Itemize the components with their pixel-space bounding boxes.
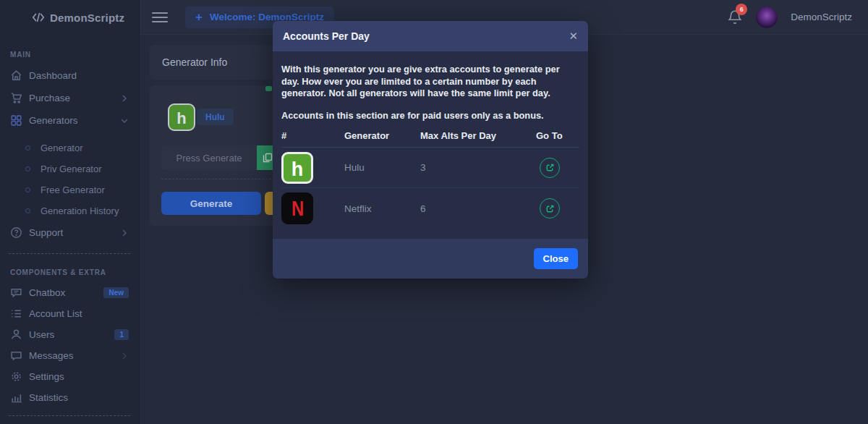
generator-name: Netflix <box>344 203 420 214</box>
bullet-icon <box>25 145 30 150</box>
sidebar-nav-main: Dashboard Purchase Generators Generator … <box>0 64 139 244</box>
section-label-components: COMPONENTS & EXTRA <box>10 268 139 276</box>
user-icon <box>10 328 22 341</box>
username-label[interactable]: DemonScriptz <box>791 12 852 22</box>
sidebar-item-generators[interactable]: Generators <box>0 109 139 132</box>
column-header-max-alts: Max Alts Per Day <box>420 130 536 141</box>
section-label-main: MAIN <box>10 51 139 59</box>
question-circle-icon <box>10 226 22 239</box>
modal-body: With this generator you are give extra a… <box>273 51 588 239</box>
modal-note: Accounts in this section are for paid us… <box>281 110 579 122</box>
page-title: Generator Info <box>162 56 227 68</box>
generators-submenu: Generator Priv Generator Free Generator … <box>0 137 139 221</box>
column-header-goto: Go To <box>536 130 579 141</box>
sidebar-nav-components: Chatbox New Account List Users 1 Message… <box>0 282 139 408</box>
table-row: N Netflix 6 <box>281 188 579 229</box>
sidebar-item-account-list[interactable]: Account List <box>0 303 139 324</box>
sidebar-item-label: Chatbox <box>29 287 103 298</box>
sidebar-subitem-generation-history[interactable]: Generation History <box>0 200 139 221</box>
generated-account-row <box>161 145 278 170</box>
sidebar-item-purchase[interactable]: Purchase <box>0 87 139 109</box>
max-alts-value: 6 <box>420 203 536 214</box>
generate-button[interactable]: Generate <box>161 192 261 215</box>
hulu-logo-icon: h <box>281 152 313 184</box>
sidebar-item-label: Generators <box>29 115 120 126</box>
chevron-right-icon <box>120 352 129 360</box>
sidebar-item-settings[interactable]: Settings <box>0 366 139 387</box>
modal-footer: Close <box>273 239 588 279</box>
sidebar-item-users[interactable]: Users 1 <box>0 324 139 345</box>
sidebar-subitem-free-generator[interactable]: Free Generator <box>0 179 139 200</box>
sidebar-item-label: Purchase <box>29 93 120 103</box>
notifications-button[interactable]: 6 <box>727 9 743 26</box>
bullet-icon <box>25 187 30 192</box>
sidebar-item-label: Statistics <box>29 392 129 403</box>
chat-icon <box>10 287 22 299</box>
sidebar-item-label: Users <box>29 329 114 340</box>
list-icon <box>10 308 22 320</box>
sidebar: DemonScriptz MAIN Dashboard Purchase Gen… <box>0 0 140 424</box>
topbar-right-group: 6 DemonScriptz <box>727 7 852 28</box>
hulu-logo-icon: h <box>168 103 195 131</box>
sidebar-item-label: Dashboard <box>29 70 129 81</box>
sidebar-item-chatbox[interactable]: Chatbox New <box>0 282 139 303</box>
sidebar-divider <box>9 253 130 254</box>
brand-name: DemonScriptz <box>50 12 124 24</box>
copy-icon <box>263 153 273 163</box>
sidebar-item-statistics[interactable]: Statistics <box>0 387 139 408</box>
generated-account-input[interactable] <box>161 145 257 170</box>
sidebar-item-messages[interactable]: Messages <box>0 345 139 366</box>
avatar[interactable] <box>756 7 778 28</box>
close-icon[interactable]: ✕ <box>569 30 578 43</box>
sidebar-subitem-generator[interactable]: Generator <box>0 137 139 158</box>
table-row: h Hulu 3 <box>281 148 579 188</box>
bar-chart-icon <box>10 391 22 404</box>
bullet-icon <box>25 208 30 213</box>
sidebar-item-support[interactable]: Support <box>0 221 139 244</box>
column-header-number: # <box>281 130 344 141</box>
accounts-per-day-modal: Accounts Per Day ✕ With this generator y… <box>273 21 588 279</box>
goto-button[interactable] <box>540 158 560 178</box>
sidebar-item-label: Settings <box>29 371 129 382</box>
hamburger-menu-icon[interactable] <box>152 9 168 25</box>
sidebar-item-dashboard[interactable]: Dashboard <box>0 64 139 87</box>
external-link-icon <box>545 204 555 213</box>
code-icon <box>32 12 45 22</box>
users-count-badge: 1 <box>114 329 129 340</box>
plus-icon: + <box>195 10 203 25</box>
grid-icon <box>10 114 22 127</box>
sidebar-divider <box>9 415 130 416</box>
brand-logo[interactable]: DemonScriptz <box>0 0 139 35</box>
sidebar-item-label: Account List <box>29 308 129 319</box>
modal-title: Accounts Per Day <box>283 30 370 42</box>
subitem-label: Generation History <box>41 205 119 216</box>
service-badge[interactable]: Hulu <box>197 109 234 125</box>
sidebar-item-label: Messages <box>29 350 120 361</box>
modal-header: Accounts Per Day ✕ <box>273 21 588 51</box>
new-badge: New <box>103 287 129 298</box>
subitem-label: Priv Generator <box>41 164 102 174</box>
cart-icon <box>10 92 22 104</box>
green-indicator <box>265 86 272 91</box>
close-button[interactable]: Close <box>534 248 578 269</box>
sidebar-item-label: Support <box>29 227 120 238</box>
app-screen: DemonScriptz MAIN Dashboard Purchase Gen… <box>0 0 868 424</box>
chevron-down-icon <box>120 117 129 124</box>
chevron-right-icon <box>120 95 129 102</box>
sidebar-subitem-priv-generator[interactable]: Priv Generator <box>0 158 139 179</box>
subitem-label: Generator <box>41 143 83 153</box>
table-header-row: # Generator Max Alts Per Day Go To <box>281 130 579 148</box>
modal-description: With this generator you are give extra a… <box>281 64 579 100</box>
external-link-icon <box>545 163 555 172</box>
notification-count-badge: 6 <box>736 4 747 15</box>
bullet-icon <box>25 166 30 171</box>
gear-icon <box>10 370 22 383</box>
netflix-logo-icon: N <box>281 192 313 224</box>
subitem-label: Free Generator <box>41 185 105 195</box>
chevron-right-icon <box>120 229 129 237</box>
column-header-generator: Generator <box>344 130 420 141</box>
message-icon <box>10 349 22 362</box>
goto-button[interactable] <box>540 198 560 219</box>
max-alts-value: 3 <box>420 162 536 173</box>
generator-name: Hulu <box>344 162 420 173</box>
